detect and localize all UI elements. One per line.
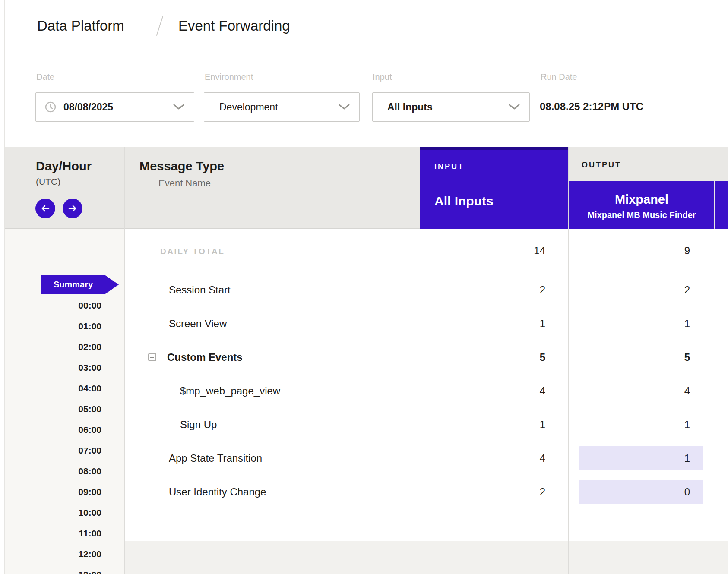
output-eyebrow: OUTPUT — [582, 161, 621, 170]
run-date-label: Run Date — [541, 72, 577, 82]
input-dropdown[interactable]: All Inputs — [372, 92, 530, 122]
input-count: 5 — [420, 341, 568, 374]
event-forwarding-page: Data Platform Event Forwarding Date Envi… — [0, 0, 728, 574]
daily-total-output-value: 9 — [569, 229, 715, 273]
arrow-right-icon — [67, 203, 78, 214]
previous-day-button[interactable] — [35, 199, 55, 218]
event-name-subheader: Event Name — [158, 178, 211, 189]
daily-total-label: DAILY TOTAL — [160, 247, 225, 256]
breadcrumb: Data Platform Event Forwarding — [5, 0, 728, 61]
output-header-subtitle: Mixpanel MB Music Finder — [569, 210, 714, 220]
hour-item[interactable]: 01:00 — [5, 321, 101, 332]
output-count: 5 — [569, 341, 715, 374]
environment-dropdown[interactable]: Development — [204, 92, 360, 122]
day-hour-timezone: (UTC) — [36, 177, 60, 187]
environment-dropdown-value: Development — [213, 101, 278, 113]
daily-total-input-value: 14 — [420, 229, 568, 273]
input-header-accent-strip — [420, 147, 568, 150]
output-column-border — [568, 147, 569, 574]
input-filter-label: Input — [373, 72, 392, 82]
hour-item[interactable]: 07:00 — [5, 445, 101, 456]
event-name: Session Start — [169, 273, 231, 307]
hour-item[interactable]: 03:00 — [5, 362, 101, 373]
chevron-down-icon — [339, 104, 350, 110]
event-name: $mp_web_page_view — [180, 374, 280, 408]
event-name: Sign Up — [180, 408, 217, 442]
input-count: 2 — [420, 475, 568, 509]
next-output-column-header — [715, 181, 728, 229]
breadcrumb-separator — [156, 16, 163, 36]
input-count: 4 — [420, 374, 568, 408]
breadcrumb-page[interactable]: Event Forwarding — [178, 17, 290, 35]
hour-item[interactable]: 10:00 — [5, 507, 101, 518]
hour-item[interactable]: 12:00 — [5, 549, 101, 560]
hour-item[interactable]: 00:00 — [5, 300, 101, 311]
event-name: Screen View — [169, 307, 227, 341]
message-type-header: Message Type — [139, 159, 224, 173]
day-hour-header: Day/Hour — [36, 159, 92, 173]
date-filter-label: Date — [36, 72, 54, 82]
output-count: 1 — [569, 408, 715, 442]
hour-item[interactable]: 02:00 — [5, 341, 101, 353]
event-name: User Identity Change — [169, 475, 266, 509]
date-dropdown[interactable]: 08/08/2025 — [35, 92, 194, 122]
output-count-highlighted: 0 — [579, 480, 703, 504]
minus-square-icon[interactable] — [148, 353, 156, 361]
environment-filter-label: Environment — [205, 72, 253, 82]
hour-item[interactable]: 04:00 — [5, 383, 101, 394]
chevron-down-icon — [509, 104, 520, 110]
chevron-down-icon — [173, 104, 184, 110]
input-dropdown-value: All Inputs — [382, 101, 433, 113]
output-header-title: Mixpanel — [569, 192, 714, 207]
hour-item[interactable]: 13:00 — [5, 569, 101, 574]
output-count-highlighted: 1 — [579, 446, 703, 470]
output-count: 2 — [569, 273, 715, 307]
arrow-left-icon — [40, 203, 51, 214]
event-name: App State Transition — [169, 442, 262, 475]
hour-item[interactable]: 05:00 — [5, 404, 101, 415]
hour-item[interactable]: 06:00 — [5, 424, 101, 435]
daily-total-separator — [125, 273, 728, 273]
run-date-value: 08.08.25 2:12PM UTC — [540, 101, 643, 113]
input-count: 1 — [420, 307, 568, 341]
output-count: 4 — [569, 374, 715, 408]
summary-tab[interactable]: Summary — [41, 275, 119, 294]
input-count: 1 — [420, 408, 568, 442]
input-eyebrow: INPUT — [434, 162, 464, 171]
input-header-title: All Inputs — [434, 194, 494, 208]
hour-item[interactable]: 08:00 — [5, 466, 101, 477]
left-panel-divider — [4, 0, 5, 574]
next-day-button[interactable] — [63, 199, 82, 218]
output-column-header: Mixpanel Mixpanel MB Music Finder — [569, 181, 714, 229]
hour-item[interactable]: 11:00 — [5, 528, 101, 539]
table-footer-area — [125, 541, 728, 574]
breadcrumb-section[interactable]: Data Platform — [37, 17, 124, 35]
date-dropdown-value: 08/08/2025 — [63, 101, 113, 113]
input-count: 4 — [420, 442, 568, 475]
input-column-header: INPUT All Inputs — [420, 147, 568, 229]
event-name: Custom Events — [167, 341, 243, 374]
clock-icon — [45, 101, 56, 113]
sidebar-column-border — [124, 147, 125, 574]
output-count: 1 — [569, 307, 715, 341]
input-count: 2 — [420, 273, 568, 307]
hour-item[interactable]: 09:00 — [5, 486, 101, 498]
